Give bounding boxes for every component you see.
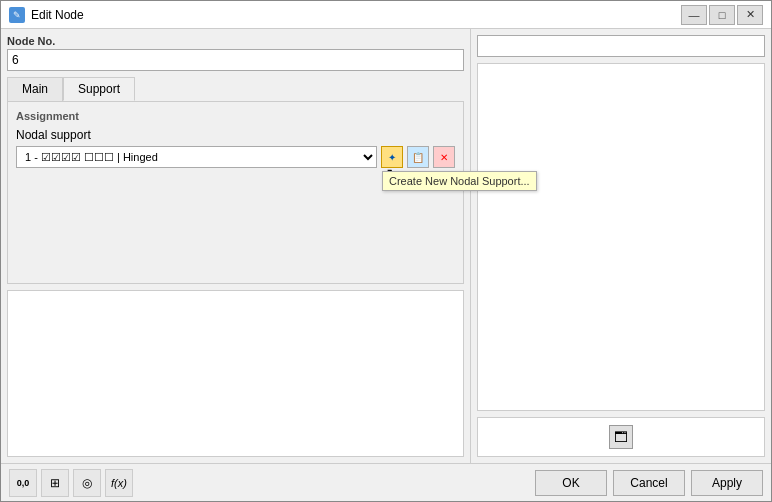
ok-button[interactable]: OK — [535, 470, 607, 496]
nodal-support-select[interactable]: 1 - ☑☑☑☑ ☐☐☐ | Hinged — [16, 146, 377, 168]
toolbar-icons: 0,0 ⊞ ◎ f(x) — [9, 469, 535, 497]
formula-button[interactable]: f(x) — [105, 469, 133, 497]
tab-support[interactable]: Support — [63, 77, 135, 101]
window-controls: — □ ✕ — [681, 5, 763, 25]
left-panel: Node No. Main Support Assignment Nodal s… — [1, 29, 471, 463]
node-no-input[interactable] — [7, 49, 464, 71]
edit-node-window: ✎ Edit Node — □ ✕ Node No. Main Support — [0, 0, 772, 502]
nodal-support-label: Nodal support — [16, 128, 455, 142]
bottom-toolbar: 0,0 ⊞ ◎ f(x) OK Cancel Apply — [1, 463, 771, 501]
tab-content-support: Assignment Nodal support 1 - ☑☑☑☑ ☐☐☐ | … — [7, 101, 464, 284]
right-panel-input[interactable] — [477, 35, 765, 57]
coordinates-button[interactable]: 0,0 — [9, 469, 37, 497]
node-no-label: Node No. — [7, 35, 464, 47]
edit-support-button[interactable]: 📋 — [407, 146, 429, 168]
cancel-button[interactable]: Cancel — [613, 470, 685, 496]
assignment-label: Assignment — [16, 110, 455, 122]
tabs: Main Support — [7, 77, 464, 101]
window-icon: ✎ — [9, 7, 25, 23]
right-panel: 🗔 — [471, 29, 771, 463]
action-buttons: OK Cancel Apply — [535, 470, 763, 496]
grid-button[interactable]: ⊞ — [41, 469, 69, 497]
maximize-button[interactable]: □ — [709, 5, 735, 25]
create-new-tooltip: Create New Nodal Support... — [382, 171, 537, 191]
close-button[interactable]: ✕ — [737, 5, 763, 25]
preview-area — [477, 63, 765, 411]
support-row: 1 - ☑☑☑☑ ☐☐☐ | Hinged ✦ Create New Nodal… — [16, 146, 455, 168]
snap-button[interactable]: ◎ — [73, 469, 101, 497]
notes-area — [7, 290, 464, 457]
preview-icon: 🗔 — [609, 425, 633, 449]
preview-bottom: 🗔 — [477, 417, 765, 457]
content-area: Node No. Main Support Assignment Nodal s… — [1, 29, 771, 463]
minimize-button[interactable]: — — [681, 5, 707, 25]
delete-support-button[interactable]: ✕ — [433, 146, 455, 168]
apply-button[interactable]: Apply — [691, 470, 763, 496]
create-new-support-button[interactable]: ✦ Create New Nodal Support... ↗ — [381, 146, 403, 168]
tab-main[interactable]: Main — [7, 77, 63, 101]
title-bar: ✎ Edit Node — □ ✕ — [1, 1, 771, 29]
window-title: Edit Node — [31, 8, 681, 22]
